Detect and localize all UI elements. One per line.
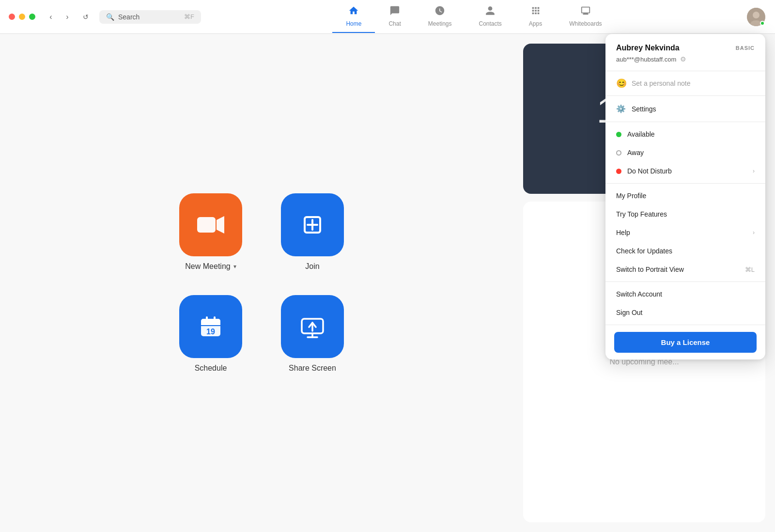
svg-rect-3 [197,217,216,233]
new-meeting-item: New Meeting ▾ [179,193,242,271]
dropdown-menu: Aubrey Nekvinda BASIC aub***@hubstaff.co… [605,34,765,360]
home-icon [348,5,359,18]
away-label: Away [627,149,644,156]
menu-item-dnd[interactable]: Do Not Disturb › [605,162,765,180]
action-grid: New Meeting ▾ Join [179,193,344,373]
menu-status-section: Available Away Do Not Disturb › [605,122,765,184]
help-label: Help [616,229,630,236]
menu-profile-section: My Profile Try Top Features Help › Check… [605,184,765,282]
tab-whiteboards-label: Whiteboards [569,20,602,27]
join-item: Join [281,193,344,271]
switch-portrait-shortcut: ⌘L [745,266,755,273]
settings-item-left: ⚙️ Settings [616,104,656,113]
minimize-button[interactable] [19,14,25,20]
top-nav: Home Chat Meetings Contacts [201,0,747,33]
tab-contacts[interactable]: Contacts [465,0,515,33]
svg-point-1 [753,12,760,18]
sign-out-label: Sign Out [616,309,642,316]
menu-item-switch-account[interactable]: Switch Account [605,285,765,303]
forward-button[interactable]: › [61,10,74,24]
check-updates-label: Check for Updates [616,247,672,255]
tab-meetings-label: Meetings [428,20,452,27]
close-button[interactable] [9,14,15,20]
schedule-item: 19 Schedule [179,295,242,373]
menu-email: aub***@hubstaff.com [616,56,676,63]
schedule-label: Schedule [195,364,227,373]
tab-whiteboards[interactable]: Whiteboards [556,0,615,33]
join-button[interactable] [281,193,344,256]
meetings-icon [434,5,445,18]
personal-note-placeholder: Set a personal note [632,79,690,87]
new-meeting-label: New Meeting [185,262,230,271]
svg-marker-4 [217,216,224,234]
share-screen-button[interactable] [281,295,344,358]
contacts-icon [485,5,496,18]
dnd-label: Do Not Disturb [627,167,672,175]
maximize-button[interactable] [29,14,35,20]
svg-rect-13 [214,316,216,321]
available-label: Available [627,130,655,138]
tab-home[interactable]: Home [332,0,375,33]
menu-item-switch-portrait[interactable]: Switch to Portrait View ⌘L [605,260,765,279]
new-meeting-button[interactable] [179,193,242,256]
svg-text:19: 19 [206,328,215,336]
online-status-dot [760,21,765,26]
back-button[interactable]: ‹ [44,10,58,24]
away-item-left: Away [616,149,644,156]
tab-contacts-label: Contacts [479,20,501,27]
buy-license-button[interactable]: Buy a License [614,332,757,353]
dnd-status-dot [616,169,621,174]
menu-item-try-top-features[interactable]: Try Top Features [605,205,765,223]
available-item-left: Available [616,130,655,138]
search-bar[interactable]: 🔍 Search ⌘F [99,10,201,24]
tab-apps[interactable]: Apps [515,0,556,33]
try-top-features-label: Try Top Features [616,210,667,218]
tab-apps-label: Apps [529,20,542,27]
search-shortcut: ⌘F [184,13,194,20]
tab-home-label: Home [346,20,361,27]
menu-item-away[interactable]: Away [605,143,765,162]
note-emoji-icon: 😊 [616,78,627,89]
whiteboards-icon [580,5,591,18]
menu-email-row: aub***@hubstaff.com ⚙ [616,55,755,63]
new-meeting-label-row: New Meeting ▾ [185,262,236,271]
menu-bottom: Buy a License [605,325,765,360]
titlebar: ‹ › ↺ 🔍 Search ⌘F Home Chat Meetings [0,0,775,34]
dnd-item-left: Do Not Disturb [616,167,672,175]
switch-portrait-label: Switch to Portrait View [616,266,684,273]
tab-meetings[interactable]: Meetings [415,0,465,33]
help-chevron-icon: › [753,229,755,236]
menu-user-row: Aubrey Nekvinda BASIC [616,44,755,52]
edit-email-icon[interactable]: ⚙ [680,55,686,63]
menu-badge: BASIC [736,45,755,51]
svg-rect-12 [206,316,208,321]
chat-icon [389,5,400,18]
my-profile-label: My Profile [616,192,646,200]
switch-account-label: Switch Account [616,290,662,298]
menu-item-sign-out[interactable]: Sign Out [605,303,765,322]
dnd-chevron-icon: › [753,168,755,174]
settings-icon: ⚙️ [616,104,626,113]
menu-header: Aubrey Nekvinda BASIC aub***@hubstaff.co… [605,34,765,71]
menu-username: Aubrey Nekvinda [616,44,680,52]
share-screen-label: Share Screen [289,364,336,373]
search-label: Search [118,13,140,21]
menu-account-section: Switch Account Sign Out [605,282,765,325]
left-panel: New Meeting ▾ Join [0,34,523,532]
history-button[interactable]: ↺ [79,10,93,24]
tab-chat[interactable]: Chat [375,0,414,33]
menu-item-help[interactable]: Help › [605,223,765,242]
menu-item-available[interactable]: Available [605,125,765,143]
menu-item-check-updates[interactable]: Check for Updates [605,242,765,260]
settings-label: Settings [632,105,656,113]
menu-item-settings[interactable]: ⚙️ Settings [605,99,765,119]
menu-item-my-profile[interactable]: My Profile [605,187,765,205]
away-status-dot [616,150,621,156]
avatar-area[interactable] [747,8,765,26]
schedule-button[interactable]: 19 [179,295,242,358]
join-label: Join [305,262,319,271]
menu-personal-note[interactable]: 😊 Set a personal note [605,71,765,96]
apps-icon [530,5,541,18]
new-meeting-dropdown-arrow[interactable]: ▾ [233,263,236,270]
nav-arrows: ‹ › [44,10,74,24]
